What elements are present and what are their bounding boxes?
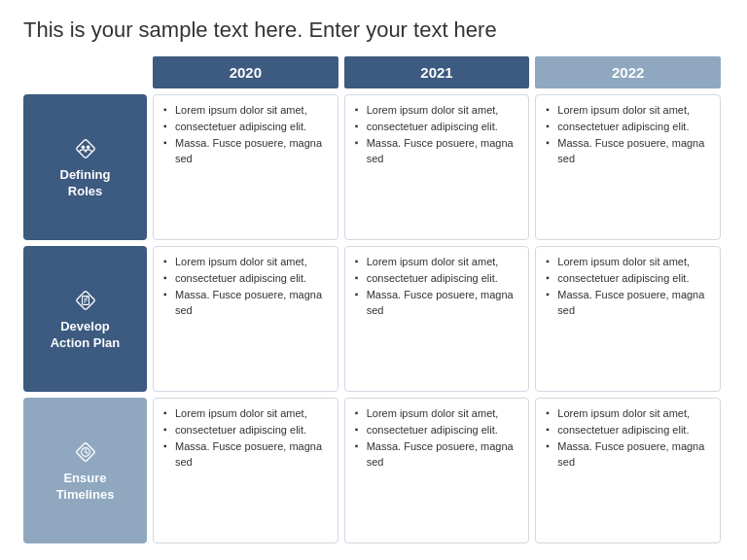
list-item: Lorem ipsum dolor sit amet, [163,406,328,422]
main-table: 2020 2021 2022 DefiningRoles Lorem i [23,56,724,546]
label-defining-roles: DefiningRoles [23,94,147,240]
label-develop-text: DevelopAction Plan [51,319,121,352]
page: This is your sample text here. Enter you… [0,0,747,560]
list-item: consectetuer adipiscing elit. [355,423,519,438]
list-item: Massa. Fusce posuere, magna sed [355,136,519,167]
list-item: Lorem ipsum dolor sit amet, [163,103,328,119]
label-defining-roles-text: DefiningRoles [60,167,111,200]
cell-ensure-2021: Lorem ipsum dolor sit amet, consectetuer… [344,398,530,543]
list-item: consectetuer adipiscing elit. [546,120,710,135]
svg-rect-0 [76,139,95,158]
svg-point-2 [86,145,89,149]
list-item: Massa. Fusce posuere, magna sed [546,136,710,167]
label-ensure-timelines: EnsureTimelines [23,398,147,543]
header-2020: 2020 [153,56,338,88]
cell-defining-2021: Lorem ipsum dolor sit amet, consectetuer… [344,94,530,240]
cell-defining-2020: Lorem ipsum dolor sit amet, consectetuer… [153,94,338,240]
header-empty [23,56,150,91]
cell-defining-2022: Lorem ipsum dolor sit amet, consectetuer… [535,94,721,240]
list-item: Massa. Fusce posuere, magna sed [163,288,328,319]
cell-develop-2022: Lorem ipsum dolor sit amet, consectetuer… [535,246,721,392]
list-item: Massa. Fusce posuere, magna sed [163,439,328,471]
label-ensure-text: EnsureTimelines [56,471,115,504]
cell-ensure-2022: Lorem ipsum dolor sit amet, consectetuer… [535,398,721,543]
list-item: consectetuer adipiscing elit. [163,120,328,135]
list-item: Massa. Fusce posuere, magna sed [163,136,328,167]
header-2022: 2022 [535,56,721,88]
cell-develop-2021: Lorem ipsum dolor sit amet, consectetuer… [344,246,530,392]
list-item: Lorem ipsum dolor sit amet, [355,255,519,270]
list-item: Lorem ipsum dolor sit amet, [355,103,519,119]
svg-line-11 [86,452,88,453]
list-item: Lorem ipsum dolor sit amet, [163,255,328,270]
list-item: Massa. Fusce posuere, magna sed [355,288,519,319]
clock-icon [72,438,99,466]
document-icon [72,287,99,314]
people-icon [72,135,99,162]
list-item: Lorem ipsum dolor sit amet, [546,255,710,270]
list-item: Massa. Fusce posuere, magna sed [546,439,710,471]
list-item: consectetuer adipiscing elit. [546,423,710,438]
cell-develop-2020: Lorem ipsum dolor sit amet, consectetuer… [153,246,338,392]
svg-point-1 [81,145,85,149]
header-2021: 2021 [344,56,530,88]
list-item: consectetuer adipiscing elit. [355,271,519,287]
page-title: This is your sample text here. Enter you… [23,18,724,43]
list-item: Lorem ipsum dolor sit amet, [546,406,710,422]
list-item: consectetuer adipiscing elit. [355,120,519,135]
list-item: Lorem ipsum dolor sit amet, [546,103,710,119]
list-item: consectetuer adipiscing elit. [163,423,328,438]
cell-ensure-2020: Lorem ipsum dolor sit amet, consectetuer… [153,398,338,543]
list-item: Lorem ipsum dolor sit amet, [355,406,519,422]
table-wrapper: 2020 2021 2022 DefiningRoles Lorem i [23,56,724,546]
label-develop-action-plan: DevelopAction Plan [23,246,147,392]
list-item: Massa. Fusce posuere, magna sed [355,439,519,471]
list-item: consectetuer adipiscing elit. [163,271,328,287]
list-item: Massa. Fusce posuere, magna sed [546,288,710,319]
list-item: consectetuer adipiscing elit. [546,271,710,287]
